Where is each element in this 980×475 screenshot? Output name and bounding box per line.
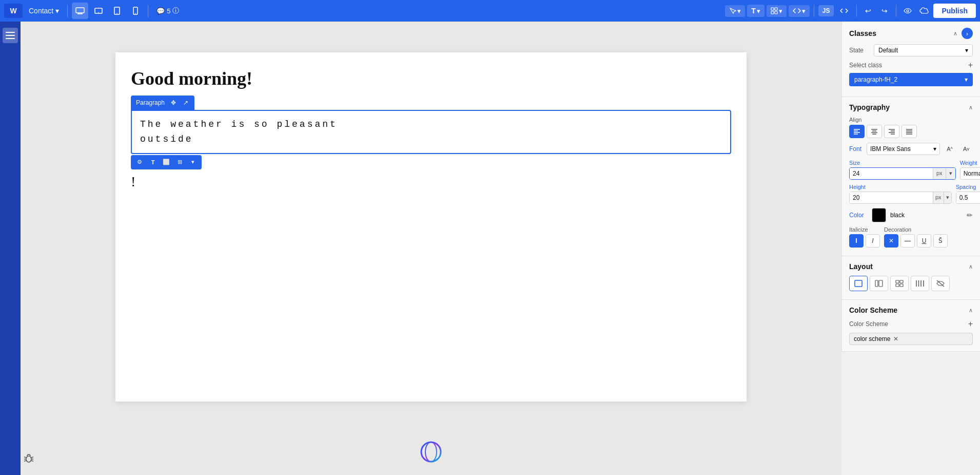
align-left-btn[interactable] (849, 125, 865, 138)
left-sidebar-open-btn[interactable] (3, 28, 18, 43)
state-label: State (849, 47, 870, 54)
align-label: Align (849, 117, 973, 123)
typography-collapse-btn[interactable]: ∧ (969, 104, 973, 111)
layout-grid-btn[interactable] (890, 276, 909, 291)
tablet-landscape-btn[interactable] (90, 3, 107, 19)
font-row: Font IBM Plex Sans ▾ A^ Av (849, 142, 973, 156)
weight-label: Weight (960, 160, 980, 166)
preview-btn[interactable] (900, 4, 915, 18)
paragraph-move-icon[interactable]: ✥ (168, 97, 179, 108)
height-unit-chevron[interactable]: ▾ (944, 192, 951, 203)
spacing-label: Spacing (956, 184, 980, 190)
redo-btn[interactable]: ↪ (877, 4, 892, 18)
svg-rect-13 (775, 11, 777, 14)
comments-btn[interactable]: 💬 5 ⓘ (152, 4, 183, 17)
height-input[interactable] (850, 192, 933, 203)
layout-columns-btn[interactable] (911, 276, 929, 291)
color-edit-btn[interactable]: ✏ (967, 211, 973, 219)
color-scheme-collapse-btn[interactable]: ∧ (969, 307, 973, 314)
canvas-area: Good morning! Paragraph ✥ ↗ The weather … (21, 22, 841, 475)
svg-rect-51 (900, 284, 903, 287)
height-unit[interactable]: px (933, 192, 944, 203)
deco-strike-btn[interactable]: — (900, 234, 915, 248)
cursor-tool-btn[interactable]: ▾ (725, 5, 745, 17)
top-bar-right-tools: ▾ T ▾ ▾ ▾ JS ↩ ↪ Publish (725, 3, 976, 19)
svg-point-9 (135, 13, 136, 13)
paragraph-type-icon[interactable]: T (147, 157, 159, 168)
font-decrease-btn[interactable]: Av (959, 142, 973, 156)
deco-none-btn[interactable]: ✕ (884, 234, 898, 248)
size-unit[interactable]: px (933, 168, 946, 179)
svg-rect-0 (76, 8, 84, 13)
deco-overline-btn[interactable]: S̄ (933, 234, 948, 248)
right-panel: Classes ∧ › State Default ▾ Select class… (841, 22, 980, 352)
remove-color-scheme-btn[interactable]: ✕ (893, 335, 898, 343)
align-justify-btn[interactable] (901, 125, 917, 138)
size-unit-chevron[interactable]: ▾ (946, 168, 955, 179)
mobile-btn[interactable] (127, 3, 144, 19)
layout-hidden-btn[interactable] (931, 276, 950, 291)
page-name-dropdown[interactable]: Contact ▾ (25, 5, 63, 17)
code-view-btn[interactable] (836, 3, 852, 19)
color-scheme-header: Color Scheme ∧ (849, 306, 973, 314)
color-scheme-label: Color Scheme (849, 320, 888, 328)
js-badge[interactable]: JS (818, 5, 834, 16)
layout-collapse-btn[interactable]: ∧ (969, 263, 973, 270)
paragraph-toolbar: Paragraph ✥ ↗ (131, 96, 194, 110)
paragraph-settings-icon[interactable]: ↗ (180, 97, 191, 108)
color-name: black (890, 212, 963, 219)
size-input[interactable] (850, 168, 933, 179)
weight-select[interactable]: Normal ▾ (960, 167, 980, 180)
svg-line-25 (24, 461, 26, 461)
state-select[interactable]: Default ▾ (874, 44, 973, 56)
weight-group: Weight Normal ▾ (960, 160, 980, 180)
tablet-portrait-btn[interactable] (109, 3, 125, 19)
deco-underline-btn[interactable]: U (917, 234, 931, 248)
separator-3 (814, 5, 814, 17)
align-center-btn[interactable] (867, 125, 882, 138)
undo-btn[interactable]: ↩ (861, 4, 875, 18)
separator-2 (148, 5, 148, 17)
left-sidebar (0, 22, 21, 475)
desktop-view-btn[interactable] (72, 3, 88, 19)
classes-collapse-btn[interactable]: ∧ (953, 30, 957, 37)
paragraph-box2-icon[interactable]: ⊞ (174, 157, 185, 168)
svg-point-22 (26, 456, 31, 462)
italic-on-btn[interactable]: I (866, 234, 880, 248)
font-select[interactable]: IBM Plex Sans ▾ (867, 143, 940, 155)
color-scheme-row: Color Scheme + (849, 319, 973, 329)
main-layout: Good morning! Paragraph ✥ ↗ The weather … (0, 22, 980, 475)
paragraph-content[interactable]: The weather is so pleasant outside (131, 110, 731, 154)
paragraph-more-icon[interactable]: ▾ (187, 157, 199, 168)
globe-icon (420, 441, 442, 465)
svg-rect-48 (896, 280, 899, 283)
classes-expand-btn[interactable]: › (962, 28, 973, 39)
code-tool-btn[interactable]: ▾ (789, 5, 810, 17)
add-class-btn[interactable]: + (968, 61, 973, 70)
class-select-dropdown[interactable]: paragraph-fH_2 ▾ (849, 73, 973, 86)
spacing-input[interactable] (956, 192, 980, 203)
paragraph-gear-icon[interactable]: ⚙ (134, 157, 145, 168)
paragraph-box1-icon[interactable]: ⬜ (161, 157, 172, 168)
bug-icon[interactable] (23, 452, 34, 466)
italic-off-btn[interactable]: I (849, 234, 864, 248)
typography-title: Typography (849, 103, 890, 111)
spacing-group: Spacing em ▾ (956, 184, 980, 204)
color-scheme-tag: color scheme ✕ (849, 333, 973, 345)
font-increase-btn[interactable]: A^ (943, 142, 956, 156)
classes-section: Classes ∧ › State Default ▾ Select class… (842, 22, 980, 97)
align-right-btn[interactable] (884, 125, 899, 138)
paragraph-block: Paragraph ✥ ↗ The weather is so pleasant… (131, 96, 731, 169)
brand-logo[interactable]: W (4, 4, 23, 18)
color-swatch[interactable] (872, 208, 886, 222)
layout-flex-btn[interactable] (870, 276, 888, 291)
publish-button[interactable]: Publish (933, 4, 976, 18)
italic-deco-container: Italicize I I Decoration ✕ — U (849, 226, 973, 248)
svg-rect-45 (855, 280, 862, 287)
type-tool-btn[interactable]: T ▾ (747, 5, 765, 17)
layout-block-btn[interactable] (849, 276, 868, 291)
italicize-label: Italicize (849, 226, 880, 233)
component-tool-btn[interactable]: ▾ (767, 5, 787, 17)
add-color-scheme-btn[interactable]: + (968, 319, 973, 329)
cloud-save-btn[interactable] (917, 4, 931, 18)
